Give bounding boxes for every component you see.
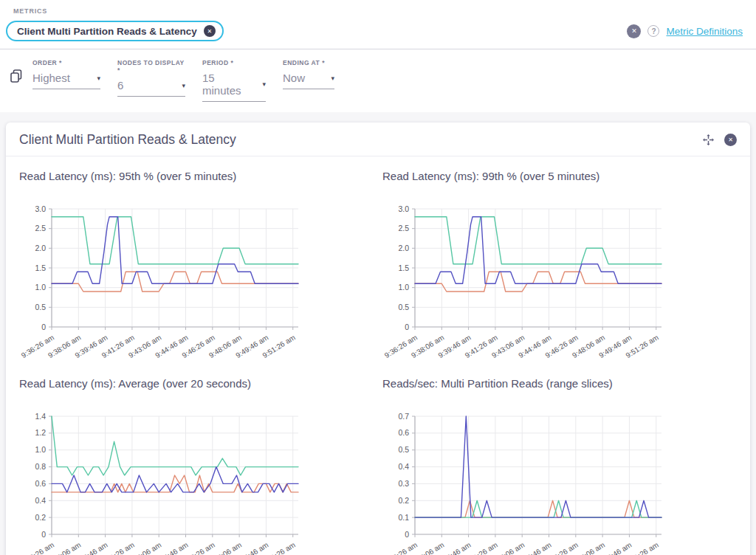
control-fields: ORDER * Highest▾ NODES TO DISPLAY * 6▾ P… [32, 59, 334, 102]
svg-text:0: 0 [405, 530, 409, 539]
svg-text:0.8: 0.8 [35, 462, 46, 471]
svg-text:1.5: 1.5 [35, 263, 46, 272]
series-line-series-indigo [52, 467, 298, 492]
svg-text:0: 0 [41, 530, 46, 539]
svg-text:0.6: 0.6 [398, 428, 409, 437]
charts-grid: Read Latency (ms): 95th % (over 5 minute… [6, 156, 750, 555]
dashboard-canvas: Client Multi Partition Reads & Latency ✕… [0, 112, 756, 555]
metric-card: Client Multi Partition Reads & Latency ✕… [6, 123, 750, 555]
svg-text:0.1: 0.1 [398, 513, 409, 522]
metrics-section-label: METRICS [13, 7, 743, 15]
chevron-down-icon: ▾ [331, 75, 334, 82]
order-value: Highest [32, 72, 70, 84]
close-icon[interactable]: ✕ [724, 134, 737, 146]
svg-text:0.3: 0.3 [398, 479, 409, 488]
svg-text:1.0: 1.0 [398, 283, 409, 292]
chevron-down-icon: ▾ [182, 82, 185, 89]
svg-text:3.0: 3.0 [398, 204, 409, 213]
chart-block-reads-per-sec: Reads/sec: Multi Partition Reads (range … [375, 368, 738, 555]
svg-text:0: 0 [41, 323, 46, 331]
ending-at-label: ENDING AT * [283, 59, 334, 66]
nodes-to-display-label: NODES TO DISPLAY * [117, 59, 185, 74]
metrics-selection-row: Client Multi Partition Reads & Latency ✕… [13, 21, 743, 49]
svg-text:2.0: 2.0 [35, 244, 46, 252]
svg-text:0.4: 0.4 [398, 462, 409, 471]
chart-reads-per-sec: 00.10.20.30.40.50.60.79:36:26 am9:38:06 … [375, 407, 722, 555]
series-line-series-indigo [415, 217, 662, 284]
period-select[interactable]: PERIOD * 15 minutes▾ [202, 59, 266, 102]
series-line-series-green [415, 217, 662, 264]
series-line-series-green [52, 217, 298, 264]
chevron-down-icon: ▾ [262, 80, 266, 88]
series-line-series-green [52, 416, 298, 475]
metric-definitions-link[interactable]: Metric Definitions [666, 26, 743, 37]
svg-text:0.7: 0.7 [398, 412, 409, 421]
chart-read-latency-95th: 00.51.01.52.02.53.09:36:26 am9:38:06 am9… [12, 200, 359, 364]
svg-text:0: 0 [405, 323, 409, 331]
copy-icon[interactable] [10, 69, 22, 85]
chart-title-average: Read Latency (ms): Average (over 20 seco… [19, 377, 375, 390]
chart-title-reads-per-sec: Reads/sec: Multi Partition Reads (range … [382, 377, 738, 390]
metric-card-header: Client Multi Partition Reads & Latency ✕ [6, 123, 750, 156]
series-line-series-salmon [415, 500, 662, 517]
period-value: 15 minutes [202, 72, 253, 97]
svg-text:0.5: 0.5 [398, 303, 409, 311]
move-icon[interactable] [702, 134, 715, 146]
svg-text:1.5: 1.5 [398, 263, 409, 272]
svg-text:2.0: 2.0 [398, 244, 409, 252]
chart-read-latency-99th: 00.51.01.52.02.53.09:36:26 am9:38:06 am9… [375, 200, 722, 364]
svg-text:1.2: 1.2 [35, 428, 46, 437]
svg-text:9:36:26 am: 9:36:26 am [383, 540, 419, 555]
series-line-series-indigo [52, 217, 298, 284]
chart-controls: ORDER * Highest▾ NODES TO DISPLAY * 6▾ P… [0, 49, 756, 112]
nodes-to-display-value: 6 [117, 79, 123, 92]
svg-text:1.0: 1.0 [35, 283, 46, 292]
svg-text:0.2: 0.2 [398, 496, 409, 505]
ending-at-value: Now [283, 72, 305, 84]
svg-text:1.4: 1.4 [35, 412, 46, 421]
nodes-to-display-select[interactable]: NODES TO DISPLAY * 6▾ [117, 59, 185, 102]
chart-title-95th: Read Latency (ms): 95th % (over 5 minute… [19, 170, 375, 182]
svg-text:3.0: 3.0 [35, 204, 46, 213]
order-select[interactable]: ORDER * Highest▾ [32, 59, 100, 102]
chart-block-95th: Read Latency (ms): 95th % (over 5 minute… [12, 161, 375, 364]
svg-text:0.5: 0.5 [398, 445, 409, 454]
clear-metrics-icon[interactable]: ✕ [627, 24, 641, 38]
ending-at-select[interactable]: ENDING AT * Now▾ [283, 59, 334, 102]
svg-text:0.4: 0.4 [35, 496, 46, 505]
metric-chip[interactable]: Client Multi Partition Reads & Latency ✕ [6, 21, 224, 41]
chip-remove-icon[interactable]: ✕ [204, 25, 216, 37]
svg-text:2.5: 2.5 [398, 224, 409, 232]
chevron-down-icon: ▾ [97, 75, 100, 82]
metrics-topbar: METRICS Client Multi Partition Reads & L… [0, 0, 756, 49]
chart-read-latency-average: 00.20.40.60.81.01.21.49:36:26 am9:38:06 … [12, 407, 359, 555]
svg-text:1.0: 1.0 [35, 445, 46, 454]
series-line-series-green [415, 500, 662, 517]
metric-chip-label: Client Multi Partition Reads & Latency [17, 26, 197, 37]
order-label: ORDER * [32, 59, 100, 66]
svg-text:9:36:26 am: 9:36:26 am [20, 540, 55, 555]
chart-block-99th: Read Latency (ms): 99th % (over 5 minute… [375, 161, 738, 364]
chart-title-99th: Read Latency (ms): 99th % (over 5 minute… [382, 170, 738, 182]
svg-text:0.2: 0.2 [35, 513, 46, 522]
metric-card-title: Client Multi Partition Reads & Latency [19, 132, 236, 148]
svg-text:2.5: 2.5 [35, 224, 46, 232]
help-icon[interactable]: ? [647, 25, 659, 37]
metrics-row-actions: ✕ ? Metric Definitions [627, 24, 743, 38]
chart-block-average: Read Latency (ms): Average (over 20 seco… [12, 368, 375, 555]
period-label: PERIOD * [202, 59, 266, 66]
svg-text:0.6: 0.6 [35, 479, 46, 488]
svg-text:0.5: 0.5 [35, 303, 46, 311]
